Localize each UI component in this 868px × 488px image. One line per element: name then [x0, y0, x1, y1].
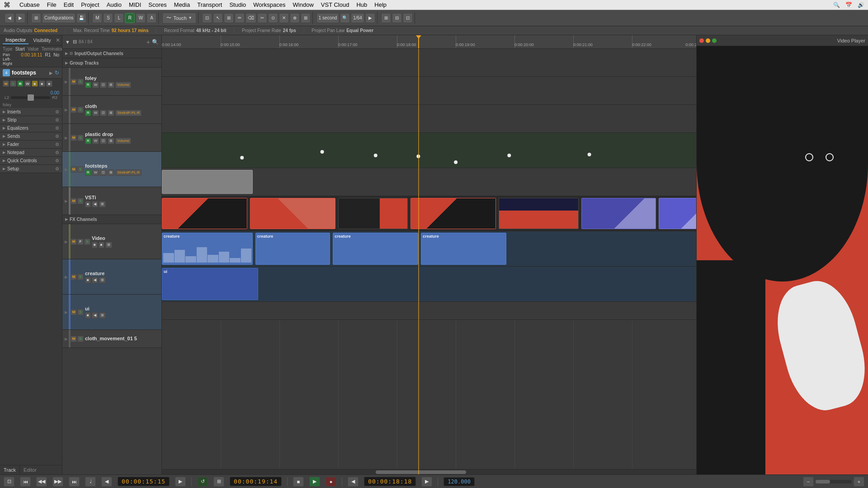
vsti-btn2[interactable]: ◀	[92, 201, 98, 207]
pan-fader-thumb[interactable]	[28, 94, 34, 101]
creature-clip-1[interactable]: creature	[162, 233, 253, 265]
menu-transport[interactable]: Transport	[197, 1, 222, 8]
video-thumb-3[interactable]	[338, 198, 408, 229]
cloth-movement-fold-handle[interactable]: ▶	[63, 330, 69, 347]
creature-btn3[interactable]: ⊞	[99, 277, 106, 283]
vsti-btn1[interactable]: ■	[85, 201, 91, 207]
mode-a-btn[interactable]: A	[146, 13, 156, 23]
tool-draw-btn[interactable]: ✏	[235, 13, 245, 23]
notepad-gear-icon[interactable]: ⚙	[55, 150, 59, 155]
sends-section[interactable]: ▶ Sends ⚙	[0, 132, 62, 141]
menu-window[interactable]: Window	[293, 1, 314, 8]
zoom-slider[interactable]	[816, 480, 852, 483]
plastic-link-btn[interactable]: ⊡	[100, 138, 107, 144]
strip-gear-icon[interactable]: ⚙	[55, 117, 59, 122]
menu-hub[interactable]: Hub	[356, 1, 367, 8]
toolbar-back-btn[interactable]: ◀	[5, 13, 14, 23]
tab-inspector[interactable]: Inspector	[3, 36, 28, 44]
cloth-vol-btn[interactable]: StndrdP-PL-R	[115, 110, 142, 116]
quantize-arrow-btn[interactable]: ▶	[365, 13, 375, 23]
transport-loop-btn[interactable]: ↺	[197, 477, 208, 487]
transport-pos-right[interactable]: ▶	[421, 477, 432, 487]
qc-gear-icon[interactable]: ⚙	[55, 158, 59, 163]
menu-scores[interactable]: Scores	[148, 1, 166, 8]
transport-cycle-btn[interactable]: ⊡	[4, 477, 14, 487]
group-tracks-header[interactable]: ▶ Group Tracks	[62, 58, 161, 67]
tool-split-btn[interactable]: ✂	[257, 13, 267, 23]
track-row-cloth-movement[interactable]: ▶ M S cloth_movement_01 5	[62, 330, 161, 348]
track-row-creature[interactable]: ▶ M S creature ■ ◀ ⊞	[62, 259, 161, 295]
tool-range-btn[interactable]: ⊞	[224, 13, 234, 23]
mode-w-btn[interactable]: W	[136, 13, 146, 23]
mode-l-btn[interactable]: L	[114, 13, 124, 23]
track-name-arrow-icon[interactable]: ▶	[49, 70, 53, 75]
notepad-section[interactable]: ▶ Notepad ⚙	[0, 149, 62, 157]
sends-gear-icon[interactable]: ⚙	[55, 134, 59, 139]
cloth-movement-m-btn[interactable]: M	[71, 336, 77, 342]
menu-workspaces[interactable]: Workspaces	[253, 1, 285, 8]
footsteps-r-btn[interactable]: R	[85, 169, 91, 176]
view-mixer-btn[interactable]: ⊞	[381, 13, 391, 23]
mode-r-btn[interactable]: R	[125, 13, 135, 23]
video-btn2[interactable]: ■	[99, 242, 104, 248]
video-m-btn[interactable]: M	[71, 239, 77, 245]
cloth-r-btn[interactable]: R	[85, 110, 91, 116]
creature-m-btn[interactable]: M	[71, 274, 77, 280]
transport-in-time[interactable]: 00:00:15:15	[118, 477, 170, 486]
transport-rewind-btn[interactable]: ⏮	[20, 477, 31, 487]
equalizers-section[interactable]: ▶ Equalizers ⚙	[0, 124, 62, 132]
foley-chain-btn[interactable]: ⊞	[108, 82, 114, 88]
footsteps-link-btn[interactable]: ⊡	[100, 169, 107, 176]
transport-pos-left[interactable]: ◀	[348, 477, 359, 487]
creature-fold-handle[interactable]: ▶	[63, 259, 69, 294]
eq-gear-icon[interactable]: ⚙	[55, 126, 59, 131]
video-thumb-7[interactable]	[659, 198, 696, 229]
fader-section-item[interactable]: ▶ Fader ⚙	[0, 141, 62, 149]
ui-btn3[interactable]: ⊞	[99, 312, 106, 319]
transport-stop-btn[interactable]: ■	[293, 477, 304, 487]
track-refresh-icon[interactable]: ↻	[55, 70, 59, 76]
video-fold-handle[interactable]: ▶	[63, 224, 69, 259]
menu-audio[interactable]: Audio	[107, 1, 122, 8]
inserts-gear-icon[interactable]: ⚙	[55, 109, 59, 114]
tool-glue-btn[interactable]: ⊙	[268, 13, 278, 23]
transport-end-btn[interactable]: ⏭	[69, 477, 80, 487]
inserts-section[interactable]: ▶ Inserts ⚙	[0, 108, 62, 116]
track-row-foley[interactable]: ▶ M S foley R W ⊡ ⊞ Volume	[62, 68, 161, 96]
footsteps-chain-btn[interactable]: ⊞	[108, 169, 114, 176]
track-extra-btn[interactable]: ■	[46, 80, 52, 87]
quick-controls-section[interactable]: ▶ Quick Controls ⚙	[0, 157, 62, 165]
transport-in-marker[interactable]: ◀	[101, 477, 112, 487]
tool-mute-btn[interactable]: ✕	[279, 13, 289, 23]
timeline-vsti[interactable]	[162, 168, 696, 196]
transport-out-time[interactable]: 00:00:19:14	[230, 477, 282, 486]
transport-sync-btn[interactable]: ⊞	[213, 477, 224, 487]
menu-edit[interactable]: Edit	[64, 1, 74, 8]
cloth-movement-s-btn[interactable]: S	[77, 336, 84, 342]
mode-s-btn[interactable]: S	[103, 13, 113, 23]
tab-editor[interactable]: Editor	[20, 465, 40, 474]
tool-select-btn[interactable]: ⊡	[202, 13, 212, 23]
cloth-w-btn[interactable]: W	[92, 110, 99, 116]
track-w-btn[interactable]: W	[24, 80, 31, 87]
tool-erase-btn[interactable]: ⌫	[245, 13, 256, 23]
footsteps-m-btn[interactable]: M	[71, 166, 77, 173]
timeline-video[interactable]	[162, 196, 696, 231]
menu-help[interactable]: Help	[374, 1, 387, 8]
mode-m-btn[interactable]: M	[92, 13, 102, 23]
creature-clip-3[interactable]: creature	[333, 233, 418, 265]
quantize-main-btn[interactable]: 1 second	[316, 13, 340, 23]
fader-header[interactable]: ▶ Fader ⚙	[0, 141, 62, 148]
ui-btn1[interactable]: ■	[85, 312, 91, 319]
timeline-footsteps[interactable]	[162, 133, 696, 168]
timeline-plastic-drop[interactable]	[162, 105, 696, 133]
ui-s-btn[interactable]: S	[77, 309, 84, 315]
cloth-m-btn[interactable]: M	[71, 107, 77, 113]
touch-dropdown[interactable]: 〜 Touch ▼	[162, 13, 196, 23]
cloth-chain-btn[interactable]: ⊞	[108, 110, 114, 116]
ui-btn2[interactable]: ◀	[92, 312, 98, 319]
track-row-ui[interactable]: ▶ M S ui ■ ◀ ⊞	[62, 295, 161, 330]
footsteps-vol-btn[interactable]: StndrdP-PL-R	[115, 169, 142, 176]
tool-color-btn[interactable]: ⊞	[301, 13, 311, 23]
vsti-m-btn[interactable]: M	[71, 198, 77, 204]
